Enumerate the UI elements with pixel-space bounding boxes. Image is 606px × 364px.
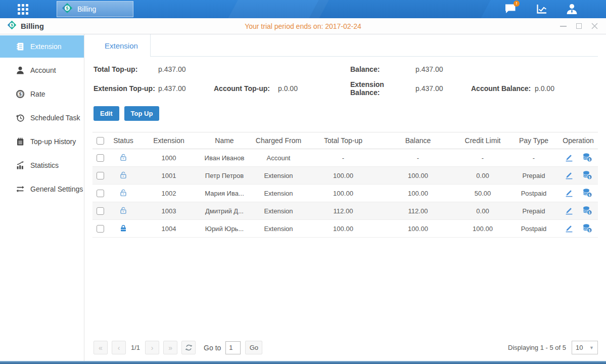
lock-open-icon — [119, 153, 127, 161]
sidebar: Extension Account $ Rate — [0, 34, 84, 361]
row-checkbox[interactable] — [97, 190, 104, 197]
pencil-edit-icon — [564, 205, 574, 215]
general-settings-arrows-icon — [16, 185, 25, 194]
prev-page-button[interactable]: ‹ — [112, 341, 126, 354]
svg-text:$: $ — [66, 6, 69, 11]
col-status: Status — [108, 132, 139, 149]
sidebar-item-account[interactable]: Account — [0, 59, 84, 81]
svg-text:$: $ — [19, 92, 22, 97]
reports-button[interactable] — [534, 3, 548, 16]
extensions-table: Status Extension Name Charged From Total… — [92, 132, 598, 238]
close-button[interactable] — [590, 22, 599, 31]
action-buttons: Edit Top Up — [94, 106, 598, 121]
edit-row-button[interactable] — [561, 170, 577, 181]
refresh-button[interactable] — [181, 341, 196, 354]
row-checkbox[interactable] — [97, 154, 104, 162]
page-size-select[interactable]: 10 ▼ — [572, 341, 598, 354]
edit-row-button[interactable] — [561, 152, 577, 163]
displaying-text: Displaying 1 - 5 of 5 — [508, 344, 566, 351]
svg-text:$: $ — [589, 175, 591, 179]
next-page-button[interactable]: › — [145, 341, 159, 354]
taskbar-billing-tab[interactable]: $ Billing — [57, 1, 133, 17]
sidebar-item-rate[interactable]: $ Rate — [0, 83, 84, 105]
rate-dollar-icon: $ — [16, 89, 25, 99]
table-row: 1002 Мария Ива... Extension 100.00 100.0… — [92, 185, 598, 202]
window-titlebar: $ Billing Your trial period ends on: 201… — [0, 18, 606, 34]
edit-button[interactable]: Edit — [94, 106, 119, 121]
col-total-topup: Total Top-up — [307, 132, 380, 149]
top-up-row-button[interactable]: $ — [579, 152, 596, 164]
col-pay-type: Pay Type — [509, 132, 558, 149]
lock-open-icon — [119, 189, 127, 197]
row-checkbox[interactable] — [97, 225, 104, 233]
taskbar-app-label: Billing — [77, 5, 96, 13]
tabstrip: Extension — [92, 34, 598, 57]
coins-topup-icon: $ — [582, 223, 592, 233]
notifications-button[interactable]: ! — [503, 3, 517, 16]
go-button[interactable]: Go — [245, 341, 262, 354]
tabstrip-filler — [151, 34, 598, 57]
sidebar-item-topup-history[interactable]: Top-up History — [0, 130, 84, 153]
first-page-button[interactable]: « — [94, 341, 108, 354]
tab-extension[interactable]: Extension — [92, 34, 151, 57]
refresh-icon — [185, 344, 193, 351]
coins-topup-icon: $ — [582, 152, 592, 162]
top-up-button[interactable]: Top Up — [124, 106, 160, 121]
last-page-button[interactable]: » — [163, 341, 177, 354]
account-topup-label: Account Top-up: — [214, 84, 278, 93]
goto-page-input[interactable] — [225, 341, 241, 354]
maximize-button[interactable] — [574, 22, 583, 31]
user-account-button[interactable] — [565, 3, 579, 16]
top-up-row-button[interactable]: $ — [579, 188, 596, 199]
window-controls — [558, 22, 599, 31]
edit-row-button[interactable] — [561, 223, 577, 234]
topbar-decoration — [305, 0, 493, 18]
topup-history-ledger-icon — [16, 137, 25, 146]
account-person-icon — [16, 66, 25, 75]
edit-row-button[interactable] — [561, 205, 577, 216]
sidebar-item-extension[interactable]: Extension — [0, 35, 84, 58]
billing-diamond-icon: $ — [7, 20, 17, 32]
sidebar-item-statistics[interactable]: Statistics — [0, 154, 84, 176]
top-up-row-button[interactable]: $ — [579, 223, 596, 235]
app-grid-icon[interactable] — [18, 4, 29, 15]
svg-text:$: $ — [589, 210, 591, 214]
sidebar-item-label: Top-up History — [30, 138, 76, 146]
col-credit-limit: Credit Limit — [456, 132, 509, 149]
main-content: Extension Total Top-up: p.437.00 Balance… — [84, 34, 606, 361]
user-icon — [566, 3, 578, 16]
sidebar-item-label: Extension — [30, 42, 61, 51]
billing-diamond-icon: $ — [62, 3, 73, 16]
page-size-value: 10 — [576, 344, 583, 351]
col-charged-from: Charged From — [250, 132, 307, 149]
coins-topup-icon: $ — [582, 188, 592, 198]
coins-topup-icon: $ — [582, 205, 592, 215]
account-topup-value: p.0.00 — [278, 84, 350, 93]
sidebar-item-label: Rate — [30, 90, 45, 98]
balance-label: Balance: — [350, 65, 415, 73]
balance-value: p.437.00 — [415, 65, 598, 73]
goto-label: Go to — [204, 344, 221, 352]
extension-topup-value: p.437.00 — [158, 84, 214, 93]
coins-topup-icon: $ — [582, 170, 592, 180]
row-checkbox[interactable] — [97, 172, 104, 179]
sidebar-item-label: Statistics — [30, 161, 59, 169]
row-checkbox[interactable] — [97, 207, 104, 215]
top-up-row-button[interactable]: $ — [579, 205, 596, 217]
window-title: Billing — [21, 22, 44, 30]
lock-closed-icon — [119, 224, 127, 232]
sidebar-item-general-settings[interactable]: General Settings — [0, 178, 84, 200]
select-all-checkbox[interactable] — [97, 137, 104, 145]
minimize-button[interactable] — [558, 22, 568, 31]
col-operation: Operation — [558, 132, 598, 149]
sidebar-item-scheduled-task[interactable]: Scheduled Task — [0, 107, 84, 129]
chart-icon — [535, 3, 548, 15]
lock-open-icon — [119, 171, 127, 179]
edit-row-button[interactable] — [561, 188, 577, 199]
top-up-row-button[interactable]: $ — [579, 170, 596, 181]
chevron-down-icon: ▼ — [589, 345, 594, 350]
extension-balance-label: Extension Balance: — [350, 80, 415, 97]
col-balance: Balance — [380, 132, 456, 149]
table-row: 1000 Иван Иванов Account - - - - — [92, 149, 598, 167]
topbar-right-icons: ! — [503, 0, 606, 18]
